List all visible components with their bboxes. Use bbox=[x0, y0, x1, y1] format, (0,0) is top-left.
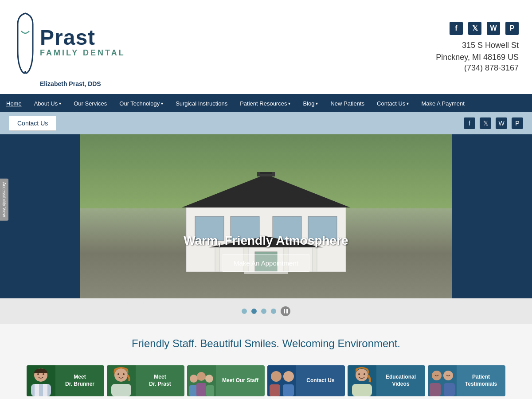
patient-chevron: ▾ bbox=[288, 101, 290, 106]
card-img-testimonials bbox=[428, 365, 457, 396]
logo-tagline: FAMILY DENTAL bbox=[40, 48, 125, 58]
dentist-name: Elizabeth Prast, DDS bbox=[40, 80, 125, 87]
card-testimonials[interactable]: PatientTestimonials bbox=[428, 365, 505, 396]
svg-rect-17 bbox=[31, 384, 51, 396]
card-label-staff: Meet Our Staff bbox=[216, 375, 265, 387]
svg-point-23 bbox=[114, 368, 128, 382]
sub-header-bar: Contact Us f 𝕏 W P bbox=[0, 112, 532, 134]
svg-rect-48 bbox=[444, 383, 455, 396]
phone-number: (734) 878-3167 bbox=[436, 63, 519, 73]
hero-overlay: Warm, Friendly Atmosphere Make An Appoin… bbox=[80, 234, 452, 272]
nav-about[interactable]: About Us ▾ bbox=[28, 95, 67, 112]
svg-rect-33 bbox=[206, 385, 214, 396]
nav-services[interactable]: Our Services bbox=[67, 95, 113, 112]
nav-technology[interactable]: Our Technology ▾ bbox=[113, 95, 169, 112]
appointment-button[interactable]: Make An Appointment bbox=[223, 254, 309, 272]
tagline-text: Friendly Staff. Beautiful Smiles. Welcom… bbox=[9, 337, 523, 350]
nav-home[interactable]: Home bbox=[0, 95, 28, 112]
svg-point-45 bbox=[432, 371, 442, 380]
facebook-icon-header[interactable]: f bbox=[450, 22, 463, 35]
svg-point-35 bbox=[271, 371, 282, 382]
hero-title: Warm, Friendly Atmosphere bbox=[80, 234, 452, 248]
sub-social-icons: f 𝕏 W P bbox=[464, 117, 523, 129]
pause-bar-left bbox=[284, 309, 285, 313]
card-meet-prast[interactable]: MeetDr. Prast bbox=[107, 365, 184, 396]
slider-dot-4[interactable] bbox=[271, 309, 276, 314]
card-img-videos bbox=[348, 365, 376, 396]
about-chevron: ▾ bbox=[59, 101, 61, 106]
hero-side-right bbox=[452, 134, 532, 298]
card-label-contact: Contact Us bbox=[296, 375, 345, 387]
contact-chevron: ▾ bbox=[407, 101, 409, 106]
svg-point-36 bbox=[283, 371, 294, 382]
brunner-avatar bbox=[27, 365, 55, 396]
card-img-brunner bbox=[27, 365, 55, 396]
contact-us-button[interactable]: Contact Us bbox=[9, 116, 56, 131]
svg-rect-19 bbox=[43, 384, 47, 396]
tagline-section: Friendly Staff. Beautiful Smiles. Welcom… bbox=[0, 324, 532, 359]
social-icons-header: f 𝕏 W P bbox=[436, 22, 519, 35]
main-nav: Home About Us ▾ Our Services Our Technol… bbox=[0, 95, 532, 112]
svg-rect-24 bbox=[111, 384, 131, 396]
svg-point-25 bbox=[117, 373, 119, 375]
blog-chevron: ▾ bbox=[316, 101, 318, 106]
card-label-brunner: MeetDr. Brunner bbox=[55, 372, 104, 390]
header-right: f 𝕏 W P 315 S Howell St Pinckney, MI 481… bbox=[436, 22, 519, 73]
nav-new-patients[interactable]: New Patients bbox=[324, 95, 371, 112]
nav-surgical[interactable]: Surgical Instructions bbox=[169, 95, 234, 112]
facebook-icon-sub[interactable]: f bbox=[464, 117, 475, 129]
slider-dot-3[interactable] bbox=[261, 309, 266, 314]
testimonials-avatar bbox=[428, 365, 457, 396]
building-scene bbox=[80, 134, 452, 298]
svg-point-40 bbox=[356, 369, 368, 381]
slider-controls bbox=[0, 298, 532, 324]
pause-bar-right bbox=[286, 309, 288, 313]
address-street: 315 S Howell St bbox=[436, 39, 519, 51]
nav-patient-resources[interactable]: Patient Resources ▾ bbox=[234, 95, 297, 112]
logo-text-area: Prast FAMILY DENTAL bbox=[40, 27, 125, 58]
logo-wrapper: Prast FAMILY DENTAL bbox=[13, 7, 125, 78]
accessibility-label: Accessibility View bbox=[2, 182, 7, 217]
slider-dot-2[interactable] bbox=[251, 309, 257, 314]
card-meet-staff[interactable]: Meet Our Staff bbox=[187, 365, 265, 396]
card-meet-brunner[interactable]: MeetDr. Brunner bbox=[27, 365, 104, 396]
slider-dot-1[interactable] bbox=[242, 309, 247, 314]
svg-rect-3 bbox=[260, 172, 272, 174]
svg-point-43 bbox=[364, 373, 365, 375]
site-header: Prast FAMILY DENTAL Elizabeth Prast, DDS… bbox=[0, 0, 532, 95]
wordpress-icon-header[interactable]: W bbox=[487, 22, 500, 35]
svg-rect-41 bbox=[352, 384, 372, 396]
tech-chevron: ▾ bbox=[161, 101, 163, 106]
logo-brand: Prast bbox=[40, 27, 125, 48]
prast-avatar bbox=[107, 365, 136, 396]
nav-payment[interactable]: Make A Payment bbox=[415, 95, 471, 112]
svg-rect-32 bbox=[196, 383, 206, 396]
card-img-prast bbox=[107, 365, 136, 396]
accessibility-bar[interactable]: Accessibility View bbox=[0, 179, 8, 221]
svg-point-21 bbox=[43, 373, 44, 375]
twitter-icon-sub[interactable]: 𝕏 bbox=[480, 117, 491, 129]
svg-rect-31 bbox=[189, 385, 197, 396]
card-label-prast: MeetDr. Prast bbox=[136, 372, 184, 390]
cards-section: MeetDr. Brunner MeetDr. Prast bbox=[0, 359, 532, 399]
wordpress-icon-sub[interactable]: W bbox=[496, 117, 507, 129]
pinterest-icon-header[interactable]: P bbox=[505, 22, 519, 35]
pause-icon bbox=[284, 309, 288, 313]
svg-rect-14 bbox=[244, 272, 288, 274]
logo-icon bbox=[13, 7, 38, 78]
address-city: Pinckney, MI 48169 US bbox=[436, 51, 519, 63]
svg-rect-18 bbox=[35, 384, 39, 396]
logo-area: Prast FAMILY DENTAL Elizabeth Prast, DDS bbox=[13, 7, 125, 87]
nav-blog[interactable]: Blog ▾ bbox=[297, 95, 324, 112]
pause-button[interactable] bbox=[281, 306, 290, 316]
svg-rect-47 bbox=[430, 383, 441, 396]
svg-point-28 bbox=[190, 375, 198, 383]
svg-rect-37 bbox=[270, 384, 280, 396]
contact-avatar bbox=[267, 365, 296, 396]
card-videos[interactable]: EducationalVideos bbox=[348, 365, 425, 396]
twitter-icon-header[interactable]: 𝕏 bbox=[468, 22, 481, 35]
card-contact[interactable]: Contact Us bbox=[267, 365, 345, 396]
pinterest-icon-sub[interactable]: P bbox=[512, 117, 523, 129]
card-label-testimonials: PatientTestimonials bbox=[457, 372, 505, 390]
nav-contact[interactable]: Contact Us ▾ bbox=[371, 95, 415, 112]
